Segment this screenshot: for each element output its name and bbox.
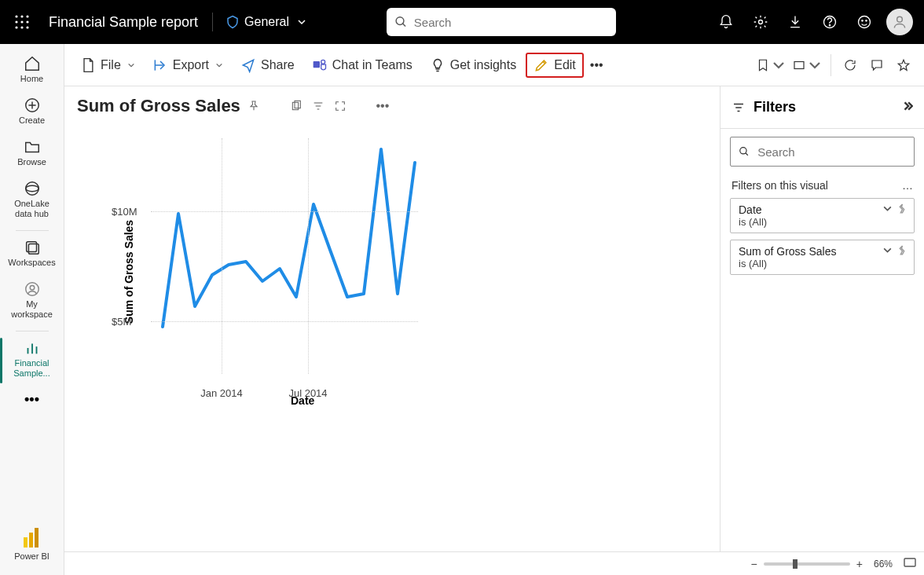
nav-create[interactable]: Create <box>5 92 60 134</box>
more-icon: ••• <box>590 58 603 72</box>
svg-point-13 <box>829 25 830 26</box>
export-menu[interactable]: Export <box>145 53 231 78</box>
clear-icon[interactable] <box>897 203 908 214</box>
bookmark-dropdown[interactable] <box>754 53 788 78</box>
get-insights-button[interactable]: Get insights <box>422 53 524 78</box>
global-search[interactable] <box>387 8 616 36</box>
help-button[interactable] <box>812 5 847 39</box>
nav-more[interactable]: ••• <box>5 386 60 416</box>
filter-section-more[interactable]: … <box>902 179 913 192</box>
nav-onelake[interactable]: OneLakedata hub <box>5 175 60 227</box>
filter-card-date[interactable]: Date is (All) <box>730 198 915 233</box>
focus-mode-button[interactable] <box>332 97 349 115</box>
more-icon: ••• <box>24 391 39 408</box>
workspaces-icon <box>24 239 41 256</box>
star-icon <box>896 58 911 72</box>
top-bar: Financial Sample report General <box>0 0 924 44</box>
favorite-button[interactable] <box>891 53 916 78</box>
view-dropdown[interactable] <box>790 53 824 78</box>
notifications-button[interactable] <box>709 5 743 39</box>
global-search-input[interactable] <box>408 16 608 29</box>
chevron-down-icon[interactable] <box>882 245 893 255</box>
more-menu[interactable]: ••• <box>585 53 608 77</box>
gridline <box>151 211 418 212</box>
y-axis-label: Sum of Gross Sales <box>123 220 135 324</box>
visual-more-button[interactable]: ••• <box>374 97 391 115</box>
chevron-down-icon[interactable] <box>882 203 893 214</box>
share-button[interactable]: Share <box>233 53 302 78</box>
comment-button[interactable] <box>864 53 889 78</box>
nav-label: FinancialSample... <box>13 358 50 379</box>
chevron-down-icon <box>127 61 135 69</box>
fit-page-icon <box>904 558 916 567</box>
account-avatar[interactable] <box>886 9 913 35</box>
status-bar: − + 66% <box>64 551 924 575</box>
nav-workspaces[interactable]: Workspaces <box>5 234 60 276</box>
clear-icon[interactable] <box>897 245 908 255</box>
filter-search-input[interactable] <box>757 145 906 159</box>
file-menu[interactable]: File <box>72 53 143 78</box>
filter-card-gross-sales[interactable]: Sum of Gross Sales is (All) <box>730 240 915 275</box>
filter-card-title: Sum of Gross Sales <box>739 245 906 258</box>
chart-area: Sum of Gross Sales $10M $5M Jan <box>74 138 514 405</box>
collapse-filters-button[interactable] <box>902 101 913 115</box>
feedback-button[interactable] <box>847 5 882 39</box>
copy-visual-button[interactable] <box>288 97 305 115</box>
filter-visual-button[interactable] <box>310 97 327 115</box>
line-series <box>151 138 418 374</box>
edit-button[interactable]: Edit <box>526 53 584 78</box>
svg-point-8 <box>26 26 28 28</box>
zoom-thumb[interactable] <box>793 559 798 569</box>
refresh-button[interactable] <box>838 53 863 78</box>
svg-point-16 <box>866 20 867 21</box>
svg-point-2 <box>26 15 28 17</box>
svg-rect-27 <box>24 537 28 548</box>
gear-icon <box>753 14 768 30</box>
report-title: Financial Sample report <box>41 14 206 31</box>
rectangle-icon <box>792 58 806 72</box>
gridline <box>222 138 222 374</box>
filters-pane: Filters Filters on this visual … Date is… <box>720 86 924 575</box>
plus-circle-icon <box>24 97 41 114</box>
comment-icon <box>870 58 884 72</box>
svg-rect-33 <box>794 61 804 68</box>
settings-button[interactable] <box>743 5 778 39</box>
filter-search[interactable] <box>730 137 915 167</box>
nav-browse[interactable]: Browse <box>5 134 60 175</box>
svg-point-5 <box>26 20 28 23</box>
app-launcher-icon[interactable] <box>6 6 38 38</box>
fit-to-page-button[interactable] <box>904 558 916 570</box>
nav-label: Create <box>19 115 45 126</box>
nav-my-workspace[interactable]: Myworkspace <box>5 276 60 328</box>
bookmark-icon <box>756 58 770 72</box>
zoom-in-button[interactable]: + <box>856 558 863 570</box>
line-chart-visual[interactable]: Sum of Gross Sales ••• Sum of Gross Sale… <box>74 94 514 408</box>
file-label: File <box>101 58 121 72</box>
svg-point-0 <box>15 15 17 17</box>
teams-icon: T <box>312 57 328 73</box>
export-label: Export <box>173 58 209 72</box>
lightbulb-icon <box>430 57 446 73</box>
nav-home[interactable]: Home <box>5 50 60 92</box>
chat-teams-button[interactable]: T Chat in Teams <box>304 53 420 78</box>
svg-line-43 <box>746 153 748 156</box>
sensitivity-dropdown[interactable]: General <box>219 15 313 29</box>
zoom-slider[interactable] <box>764 562 850 566</box>
person-icon <box>892 14 908 30</box>
report-canvas[interactable]: Sum of Gross Sales ••• Sum of Gross Sale… <box>64 86 720 575</box>
nav-financial-sample[interactable]: FinancialSample... <box>5 335 60 386</box>
download-button[interactable] <box>778 5 812 39</box>
nav-label: Browse <box>17 157 46 167</box>
nav-label: Workspaces <box>8 258 55 268</box>
svg-point-6 <box>15 26 17 28</box>
zoom-out-button[interactable]: − <box>751 558 757 570</box>
zoom-level: 66% <box>874 559 893 570</box>
filter-icon <box>732 101 746 115</box>
powerbi-brand[interactable]: Power BI <box>14 517 50 575</box>
svg-rect-20 <box>26 242 36 252</box>
chevron-down-icon <box>215 61 223 69</box>
workspace: Sum of Gross Sales ••• Sum of Gross Sale… <box>64 86 924 575</box>
gridline <box>308 138 309 374</box>
download-icon <box>787 14 803 30</box>
pin-visual-button[interactable] <box>245 97 262 115</box>
